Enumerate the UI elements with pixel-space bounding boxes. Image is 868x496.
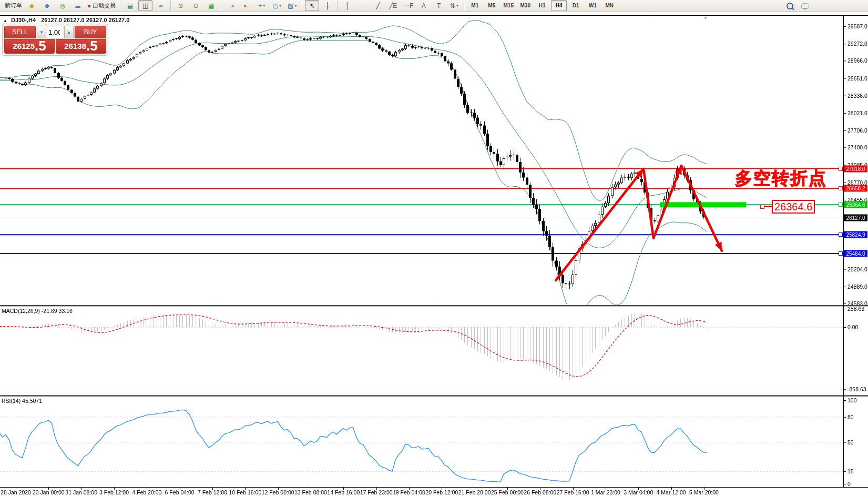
text-icon: A	[422, 3, 426, 9]
community-icon[interactable]: ☻	[40, 0, 54, 11]
lot-decrease-button[interactable]: ▼	[37, 26, 46, 38]
bar-chart-icon[interactable]: ▤	[123, 0, 137, 11]
chart-canvas[interactable]	[0, 0, 868, 496]
sell-button[interactable]: SELL	[4, 26, 36, 38]
timeframe-m1[interactable]: M1	[467, 0, 483, 11]
equidistant-channel-icon: ╱E	[389, 3, 397, 9]
autotrading-button[interactable]: ●自动交易	[86, 0, 117, 11]
timeframe-m30[interactable]: M30	[517, 0, 533, 11]
text-label-icon[interactable]: T	[432, 0, 446, 11]
crosshair-icon[interactable]: ┼	[320, 0, 334, 11]
rsi-axis-label: 15	[847, 468, 854, 474]
time-tick-label: 31 Jan 08:00	[65, 489, 97, 495]
vertical-line-icon[interactable]: │	[340, 0, 354, 11]
price-badge-26127.0: 26127.0	[844, 215, 867, 221]
buy-button[interactable]: BUY	[75, 26, 106, 38]
lot-increase-button[interactable]: ▲	[64, 26, 74, 38]
price-tick-label: 28336.0	[847, 93, 867, 99]
text-icon[interactable]: A	[416, 0, 431, 11]
macd-axis-label: -868.63	[847, 386, 866, 392]
signals-icon[interactable]: ◎	[55, 0, 69, 11]
line-chart-icon[interactable]: ≈	[154, 0, 168, 11]
cursor-icon: ↖	[310, 3, 315, 9]
chart-title: ▲ DJ30-,H4 26127.0 26127.0 26127.0 26127…	[3, 17, 129, 23]
turning-point-annotation[interactable]: 多空转折点	[735, 167, 827, 190]
indicators-icon[interactable]: +▾	[254, 0, 269, 11]
price-flag-label[interactable]: 26364.6	[772, 200, 815, 214]
time-tick-label: 19 Feb 04:00	[393, 489, 425, 495]
new-order-button[interactable]: 新订单	[2, 0, 24, 11]
timeframe-h4[interactable]: H4	[551, 0, 567, 11]
rsi-axis-label: 80	[847, 414, 854, 420]
sell-price[interactable]: 26125.5	[4, 39, 55, 54]
timeframe-mn[interactable]: MN	[601, 0, 617, 11]
timeframe-w1[interactable]: W1	[585, 0, 600, 11]
price-badge-25824.9: 25824.9	[844, 231, 867, 238]
toolbar-group-chart-types: ▤◫≈	[122, 0, 168, 12]
equidistant-channel-icon[interactable]: ╱E	[386, 0, 400, 11]
time-tick-label: 4 Feb 20:00	[132, 489, 161, 495]
buy-price[interactable]: 26138.5	[56, 39, 106, 54]
market-icon[interactable]: ☁	[70, 0, 85, 11]
tile-windows-icon[interactable]: ▦	[204, 0, 218, 11]
lot-size-input[interactable]	[47, 26, 63, 38]
timeframe-m15[interactable]: M15	[501, 0, 516, 11]
zoom-in-icon[interactable]: ⊕	[173, 0, 188, 11]
chart-shift-icon[interactable]: ⇤	[239, 0, 253, 11]
time-tick-label: 6 Feb 04:00	[165, 489, 195, 495]
time-tick-label: 13 Feb 08:00	[294, 489, 327, 495]
macd-label: MACD(12,26,9) -21.69 33.16	[2, 308, 73, 314]
periods-icon[interactable]: ◷▾	[270, 0, 284, 11]
market-icon: ☁	[75, 3, 81, 9]
toolbar-group-services: ◆☻◎☁	[24, 0, 85, 12]
price-tick-label: 27706.0	[847, 127, 867, 134]
toolbar-group-cursor-tools: ↖┼	[304, 0, 335, 12]
price-line-anchor	[839, 232, 843, 237]
autoscroll-icon[interactable]: ⇥	[224, 0, 238, 11]
templates-icon[interactable]: ▧▾	[285, 0, 299, 11]
time-tick-label: 21 Feb 20:00	[458, 489, 491, 495]
fibonacci-icon[interactable]: ⋯F	[401, 0, 415, 11]
rsi-axis-label: 0	[847, 481, 851, 487]
time-tick-label: 4 Mar 12:00	[657, 489, 686, 495]
trendline-icon[interactable]: ╱	[371, 0, 385, 11]
macd-axis-label: 258.63	[847, 306, 864, 312]
chevron-down-icon[interactable]: ▾	[294, 4, 297, 8]
time-tick-label: 7 Feb 12:00	[198, 489, 227, 495]
toolbar-separator	[170, 1, 171, 11]
price-tick-label: 28651.0	[847, 75, 867, 82]
timeframe-h1[interactable]: H1	[534, 0, 550, 11]
time-tick-label: 5 Mar 20:00	[689, 489, 719, 495]
zoom-out-icon[interactable]: ⊖	[189, 0, 203, 11]
toolbar-separator	[120, 1, 120, 11]
horizontal-line-icon[interactable]: ─	[355, 0, 370, 11]
price-tick-label: 27400.0	[847, 144, 867, 150]
price-tick-label: 25204.0	[847, 266, 867, 272]
candlestick-icon: ◫	[142, 3, 148, 9]
metaeditor-icon[interactable]: ◆	[25, 0, 39, 11]
search-icon[interactable]	[783, 1, 797, 12]
one-click-trading-panel: SELL ▼ ▲ BUY 26125.5 26138.5	[2, 24, 108, 56]
chevron-down-icon[interactable]: ▾	[456, 4, 458, 8]
signals-icon: ◎	[59, 3, 65, 9]
toolbar-group-timeframes: M1M5M15M30H1H4D1W1MN	[466, 0, 618, 12]
toolbar-separator	[337, 1, 338, 11]
sell-price-frac: .5	[35, 39, 46, 53]
collapse-icon[interactable]: ▲	[3, 18, 7, 23]
candlestick-icon[interactable]: ◫	[138, 0, 152, 11]
time-tick-label: 3 Feb 12:00	[99, 489, 129, 495]
toolbar-group-autotrading: ●自动交易	[85, 0, 118, 12]
rsi-label: RSI(14) 45.5071	[2, 398, 42, 404]
chevron-down-icon[interactable]: ▾	[279, 4, 281, 8]
time-tick-label: 30 Jan 00:00	[33, 489, 65, 495]
chat-icon[interactable]	[798, 1, 812, 12]
arrows-icon[interactable]: ⇅▾	[447, 0, 461, 11]
cursor-icon[interactable]: ↖	[305, 0, 319, 11]
chevron-down-icon[interactable]: ▾	[263, 4, 265, 8]
time-tick-label: 3 Mar 04:00	[624, 489, 653, 495]
macd-axis-label: 0.00	[847, 324, 858, 330]
timeframe-m5[interactable]: M5	[484, 0, 499, 11]
time-tick-label: 27 Feb 16:00	[557, 489, 589, 495]
timeframe-d1[interactable]: D1	[568, 0, 584, 11]
toolbar-separator	[221, 1, 221, 11]
